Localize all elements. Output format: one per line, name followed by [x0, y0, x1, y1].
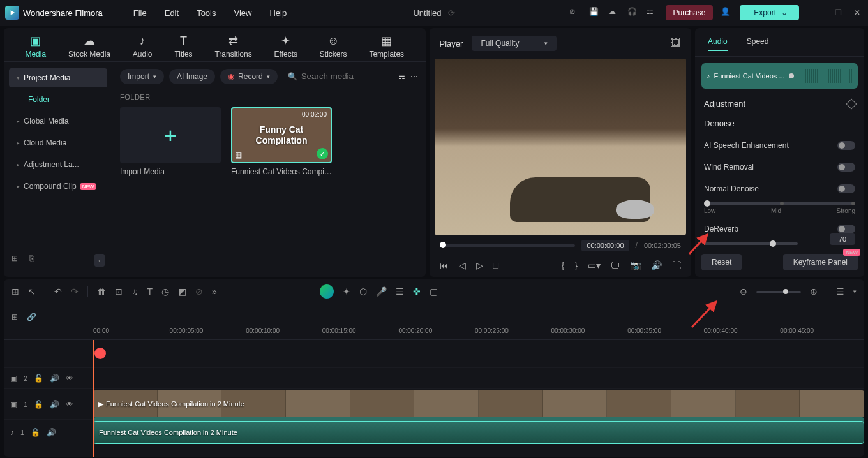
collapse-sidebar-button[interactable]: ‹ [94, 254, 105, 267]
dereverb-value[interactable]: 70 [830, 233, 855, 245]
sidebar-global-media[interactable]: ▸Global Media [9, 112, 107, 131]
zoom-thumb[interactable] [783, 289, 788, 294]
add-folder-icon[interactable]: ⊞ [11, 254, 23, 265]
keyframe-diamond-icon[interactable] [846, 98, 857, 109]
search-box[interactable]: 🔍 [283, 68, 370, 84]
music-icon[interactable]: ♫ [131, 286, 138, 297]
eye-icon[interactable]: 👁 [66, 400, 73, 409]
mute-icon[interactable]: 🔊 [47, 428, 56, 437]
zoom-out-icon[interactable]: ⊖ [740, 286, 747, 297]
play-icon[interactable]: ▷ [476, 260, 483, 270]
cloud-icon[interactable]: ☁ [608, 7, 620, 18]
track-content[interactable]: Funniest Cat Videos Compilation in 2 Min… [93, 420, 864, 445]
apps-icon[interactable]: ⚏ [647, 7, 658, 18]
tab-audio[interactable]: ♪Audio [133, 34, 153, 59]
menu-view[interactable]: View [234, 8, 251, 18]
speed-icon[interactable]: ◷ [161, 286, 169, 297]
minimize-button[interactable]: ─ [816, 8, 825, 17]
audio-clip-preview[interactable]: ♪ Funniest Cat Videos ... [701, 63, 858, 89]
tab-titles[interactable]: TTitles [174, 34, 192, 59]
display-icon[interactable]: 🖵 [611, 260, 620, 270]
lock-icon[interactable]: 🔓 [34, 374, 43, 383]
link-track-icon[interactable]: 🔗 [27, 313, 36, 321]
zoom-slider[interactable] [756, 291, 801, 293]
stop-icon[interactable]: □ [493, 260, 498, 270]
menu-help[interactable]: Help [269, 8, 287, 18]
lock-icon[interactable]: 🔓 [31, 428, 40, 437]
tab-speed-props[interactable]: Speed [747, 37, 769, 51]
color-icon[interactable]: ◩ [178, 286, 186, 297]
tab-media[interactable]: ▣Media [25, 34, 46, 59]
video-preview[interactable] [435, 59, 686, 235]
track-content[interactable]: ▶ Funniest Cat Videos Compilation in 2 M… [93, 389, 864, 419]
sidebar-project-media[interactable]: ▾Project Media [9, 68, 107, 87]
current-time[interactable]: 00:00:00:00 [581, 240, 629, 251]
marker-icon[interactable]: ✜ [413, 286, 421, 297]
tab-templates[interactable]: ▦Templates [369, 34, 404, 59]
save-icon[interactable]: 💾 [589, 7, 601, 18]
shield-icon[interactable]: ⬡ [359, 286, 367, 297]
progress-thumb[interactable] [440, 242, 446, 248]
ai-badge-icon[interactable] [320, 284, 334, 299]
timeline-ruler[interactable]: 00:00 00:00:05:00 00:00:10:00 00:00:15:0… [4, 327, 864, 340]
link-icon[interactable]: ⊘ [195, 286, 203, 297]
close-button[interactable]: ✕ [854, 8, 863, 17]
pointer-icon[interactable]: ↖ [28, 286, 36, 297]
sidebar-compound-clip[interactable]: ▸Compound ClipNEW [9, 177, 107, 196]
delete-icon[interactable]: 🗑 [97, 286, 106, 297]
account-icon[interactable]: 👤 [721, 7, 732, 18]
lock-icon[interactable]: 🔓 [34, 400, 43, 409]
text-icon[interactable]: T [147, 286, 153, 297]
tab-stickers[interactable]: ☺Stickers [320, 34, 347, 59]
audio-clip[interactable]: Funniest Cat Videos Compilation in 2 Min… [93, 421, 864, 444]
import-media-card[interactable]: + Import Media [120, 107, 221, 176]
maximize-button[interactable]: ❐ [835, 8, 844, 17]
mute-icon[interactable]: 🔊 [50, 374, 59, 383]
sidebar-cloud-media[interactable]: ▸Cloud Media [9, 133, 107, 152]
reset-button[interactable]: Reset [701, 254, 742, 270]
denoise-section[interactable]: Denoise [704, 119, 855, 128]
camera-icon[interactable]: 📷 [630, 260, 641, 270]
playback-progress[interactable] [440, 244, 576, 247]
import-dropdown[interactable]: Import▾ [120, 69, 164, 84]
zoom-in-icon[interactable]: ⊕ [810, 286, 818, 297]
dereverb-slider[interactable] [704, 242, 798, 245]
quality-dropdown[interactable]: Full Quality▾ [472, 36, 557, 51]
list-icon[interactable]: ☰ [396, 286, 404, 297]
export-button[interactable]: Export ⌄ [740, 5, 799, 20]
frame-icon[interactable]: ▢ [430, 286, 438, 297]
adjustment-section[interactable]: Adjustment [704, 99, 855, 108]
eye-icon[interactable]: 👁 [66, 374, 73, 383]
more-tools-icon[interactable]: » [212, 286, 217, 297]
video-clip[interactable]: ▶ Funniest Cat Videos Compilation in 2 M… [93, 390, 864, 417]
undo-icon[interactable]: ↶ [54, 286, 62, 297]
normal-denoise-toggle[interactable] [837, 184, 855, 193]
mic-icon[interactable]: 🎤 [376, 286, 387, 297]
crop-icon[interactable]: ⊡ [115, 286, 123, 297]
sidebar-adjustment-layer[interactable]: ▸Adjustment La... [9, 155, 107, 174]
folder-out-icon[interactable]: ⎘ [29, 254, 41, 265]
fullscreen-icon[interactable]: ⛶ [672, 260, 681, 270]
mute-icon[interactable]: 🔊 [50, 400, 59, 409]
view-mode-icon[interactable]: ☰ [836, 286, 844, 297]
prev-frame-icon[interactable]: ⏮ [440, 260, 449, 270]
menu-edit[interactable]: Edit [165, 8, 179, 18]
dereverb-slider-thumb[interactable] [770, 240, 776, 247]
dereverb-toggle[interactable] [837, 225, 855, 233]
playhead[interactable] [93, 340, 94, 457]
denoise-slider-thumb[interactable] [704, 200, 710, 207]
snapshot-icon[interactable]: 🖼 [671, 38, 681, 49]
sparkle-icon[interactable]: ✦ [343, 286, 350, 297]
tab-audio-props[interactable]: Audio [708, 37, 728, 51]
more-icon[interactable]: ⋯ [410, 72, 418, 81]
search-input[interactable] [301, 71, 365, 81]
add-track-icon[interactable]: ⊞ [11, 313, 18, 321]
cloud-sync-icon[interactable]: ⟳ [448, 8, 455, 18]
marker-pill[interactable] [93, 346, 107, 360]
purchase-button[interactable]: Purchase [666, 5, 714, 20]
mark-in-icon[interactable]: { [562, 260, 565, 270]
media-clip-card[interactable]: Funny CatCompilation 00:02:00 ▦ ✓ Funnie… [231, 107, 332, 176]
tab-effects[interactable]: ✦Effects [274, 34, 297, 59]
keyframe-panel-button[interactable]: Keyframe Panel NEW [783, 254, 858, 270]
ai-image-button[interactable]: AI Image [169, 69, 215, 84]
